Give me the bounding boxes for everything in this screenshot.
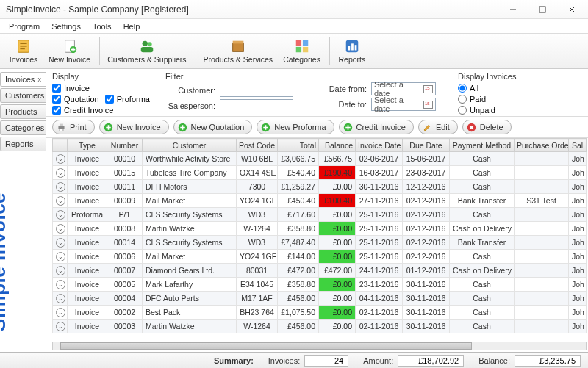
row-menu-button[interactable]: ⌄: [53, 250, 68, 264]
row-menu-button[interactable]: ⌄: [53, 320, 68, 333]
delete-button[interactable]: Delete: [462, 120, 512, 134]
edit-button[interactable]: Edit: [418, 120, 458, 134]
scrollbar-thumb[interactable]: [60, 342, 472, 350]
customer-filter-input[interactable]: [220, 84, 293, 97]
column-header[interactable]: Due Date: [403, 139, 450, 152]
column-header[interactable]: Number: [107, 139, 143, 152]
menu-settings[interactable]: Settings: [46, 21, 87, 32]
table-row[interactable]: ⌄Invoice00011DFH Motors7300£1,259.27£0.0…: [53, 180, 587, 194]
menu-program[interactable]: Program: [3, 21, 46, 32]
column-header[interactable]: Post Code: [237, 139, 278, 152]
cell-due-date: 12-12-2016: [403, 180, 450, 194]
chk-invoice[interactable]: [52, 84, 61, 93]
row-menu-button[interactable]: ⌄: [53, 264, 68, 278]
table-row[interactable]: ⌄Invoice00010Worthwhile Activity StoreW1…: [53, 152, 587, 166]
new-invoice-button[interactable]: New Invoice: [99, 120, 169, 134]
row-menu-button[interactable]: ⌄: [53, 208, 68, 222]
date-from-picker[interactable]: Select a date: [371, 82, 436, 95]
salesperson-filter-input[interactable]: [220, 99, 293, 112]
row-menu-button[interactable]: ⌄: [53, 166, 68, 180]
table-row[interactable]: ⌄Invoice00008Martin WatzkeW-1264£358.80£…: [53, 222, 587, 236]
radio-unpaid[interactable]: [458, 106, 467, 115]
cell-total: £358.80: [278, 278, 319, 292]
toolbar-customers-suppliers[interactable]: Customers & Suppliers: [103, 37, 190, 65]
cell-total: £472.00: [278, 264, 319, 278]
cell-payment-method: Cash: [450, 292, 514, 306]
filter-group-label: Filter: [165, 72, 312, 81]
toolbar-new-invoice[interactable]: New Invoice: [44, 37, 95, 65]
column-header[interactable]: Type: [68, 139, 107, 152]
row-menu-button[interactable]: ⌄: [53, 278, 68, 292]
print-button[interactable]: Print: [52, 120, 95, 134]
cell-salesperson: Joh: [569, 180, 587, 194]
tab-invoices[interactable]: Invoicesx: [0, 72, 46, 87]
tab-reports[interactable]: Reports: [0, 137, 46, 151]
column-header[interactable]: Purchase Order: [514, 139, 569, 152]
row-menu-button[interactable]: ⌄: [53, 194, 68, 208]
column-header[interactable]: Payment Method: [450, 139, 514, 152]
toolbar-reports[interactable]: Reports: [333, 37, 371, 65]
minimize-button[interactable]: [498, 1, 528, 18]
tab-close-icon[interactable]: x: [38, 76, 42, 83]
svg-rect-19: [60, 129, 63, 131]
column-header[interactable]: [53, 139, 68, 152]
row-menu-button[interactable]: ⌄: [53, 222, 68, 236]
chevron-down-icon: ⌄: [56, 322, 65, 331]
horizontal-scrollbar[interactable]: [52, 342, 587, 350]
cell-balance: £0.00: [319, 292, 356, 306]
table-row[interactable]: ⌄ProformaP/1CLS Security SystemsWD3£717.…: [53, 208, 587, 222]
table-row[interactable]: ⌄Invoice00004DFC Auto PartsM17 1AF£456.0…: [53, 292, 587, 306]
chk-credit-invoice[interactable]: [52, 106, 61, 115]
row-menu-button[interactable]: ⌄: [53, 180, 68, 194]
cell-number: 00015: [107, 166, 143, 180]
toolbar-invoices[interactable]: Invoices: [4, 37, 43, 65]
cell-total: £1,259.27: [278, 180, 319, 194]
cell-purchase-order: [514, 264, 569, 278]
cell-salesperson: Joh: [569, 278, 587, 292]
radio-all[interactable]: [458, 84, 467, 93]
row-menu-button[interactable]: ⌄: [53, 236, 68, 250]
column-header[interactable]: Total: [278, 139, 319, 152]
menu-help[interactable]: Help: [118, 21, 146, 32]
column-header[interactable]: Customer: [143, 139, 237, 152]
categories-icon: [294, 38, 310, 54]
table-row[interactable]: ⌄Invoice00009Mail MarketYO24 1GF£450.40£…: [53, 194, 587, 208]
print-icon: [57, 123, 66, 132]
row-menu-button[interactable]: ⌄: [53, 152, 68, 166]
column-header[interactable]: Sal: [569, 139, 587, 152]
table-row[interactable]: ⌄Invoice00014CLS Security SystemsWD3£7,4…: [53, 236, 587, 250]
row-menu-button[interactable]: ⌄: [53, 306, 68, 320]
tab-categories[interactable]: Categories: [0, 120, 46, 135]
chk-quotation[interactable]: [52, 95, 61, 104]
new-proforma-button[interactable]: New Proforma: [257, 120, 334, 134]
column-header[interactable]: Balance: [319, 139, 356, 152]
new-quotation-button[interactable]: New Quotation: [173, 120, 253, 134]
summary-balance: £3,235.75: [514, 355, 581, 367]
table-row[interactable]: ⌄Invoice00005Mark LafarthyE34 1045£358.8…: [53, 278, 587, 292]
row-menu-button[interactable]: ⌄: [53, 292, 68, 306]
cell-payment-method: Cash: [450, 152, 514, 166]
chevron-down-icon: ⌄: [56, 168, 65, 178]
tab-products[interactable]: Products: [0, 104, 46, 119]
cell-number: 00010: [107, 152, 143, 166]
table-row[interactable]: ⌄Invoice00006Mail MarketYO24 1GF£144.00£…: [53, 250, 587, 264]
chk-proforma[interactable]: [105, 95, 114, 104]
table-row[interactable]: ⌄Invoice00015Tubeless Tire CompanyOX14 4…: [53, 166, 587, 180]
toolbar-products-services[interactable]: Products & Services: [199, 37, 278, 65]
maximize-button[interactable]: [528, 1, 557, 18]
tab-customers[interactable]: Customers: [0, 88, 46, 103]
menu-tools[interactable]: Tools: [87, 21, 118, 32]
toolbar-categories[interactable]: Categories: [279, 37, 325, 65]
date-to-picker[interactable]: Select a date: [371, 98, 436, 111]
column-header[interactable]: Invoice Date: [356, 139, 403, 152]
radio-paid[interactable]: [458, 95, 467, 104]
cell-invoice-date: 25-11-2016: [356, 250, 403, 264]
svg-point-4: [142, 41, 147, 46]
credit-invoice-button[interactable]: Credit Invoice: [339, 120, 414, 134]
table-row[interactable]: ⌄Invoice00003Martin WatzkeW-1264£456.00£…: [53, 320, 587, 333]
cell-balance: £0.00: [319, 236, 356, 250]
table-row[interactable]: ⌄Invoice00002Best PackBH23 764£1,075.50£…: [53, 306, 587, 320]
table-row[interactable]: ⌄Invoice00007Diamond Gears Ltd.80031£472…: [53, 264, 587, 278]
cell-payment-method: Cash on Delivery: [450, 222, 514, 236]
close-button[interactable]: [557, 1, 587, 18]
